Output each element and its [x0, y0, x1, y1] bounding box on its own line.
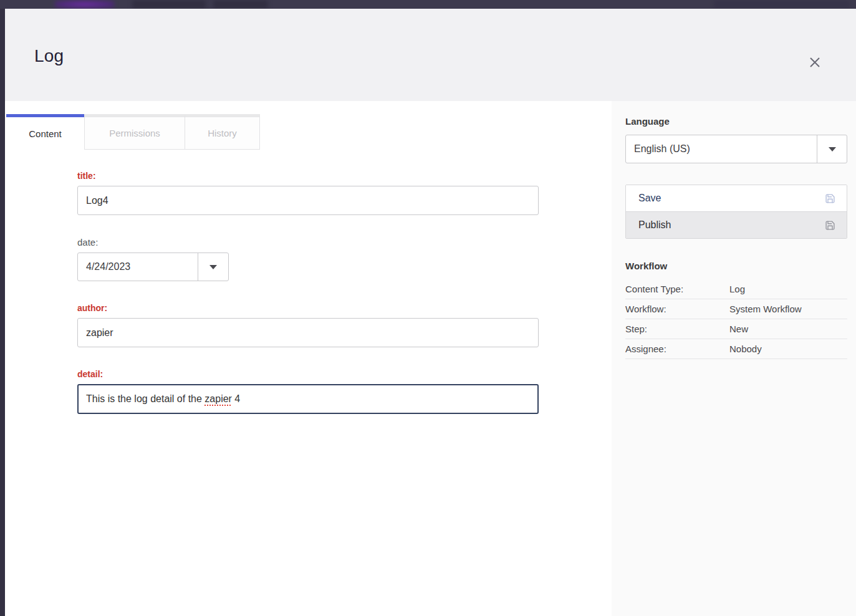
tab-content-label: Content — [29, 128, 62, 139]
author-input[interactable] — [77, 318, 539, 347]
date-dropdown-button[interactable] — [198, 253, 228, 281]
chevron-down-icon — [209, 265, 217, 269]
dialog-body: Content Permissions History title: — [5, 101, 856, 616]
workflow-row-value: New — [729, 324, 847, 334]
workflow-row-value: System Workflow — [729, 304, 847, 314]
detail-text-suffix: 4 — [232, 393, 240, 405]
background-app-topbar — [0, 0, 856, 9]
language-selected-value: English (US) — [626, 135, 817, 163]
save-button[interactable]: Save — [626, 185, 847, 212]
save-disk-icon — [825, 193, 835, 204]
tab-content[interactable]: Content — [6, 114, 84, 150]
content-form: title: date: 4/24/2023 author: — [77, 171, 539, 414]
tab-history-label: History — [208, 128, 237, 138]
workflow-heading: Workflow — [625, 261, 847, 271]
date-label: date: — [77, 237, 539, 248]
detail-input[interactable]: This is the log detail of the zapier 4 — [77, 384, 539, 414]
dialog-header: Log — [5, 9, 856, 101]
date-picker[interactable]: 4/24/2023 — [77, 253, 229, 281]
publish-label: Publish — [638, 219, 671, 231]
tab-history[interactable]: History — [185, 114, 260, 150]
author-label: author: — [77, 303, 539, 313]
content-pane: Content Permissions History title: — [5, 101, 612, 616]
workflow-row-value: Nobody — [729, 344, 847, 354]
dialog-title: Log — [34, 46, 64, 66]
background-menu-item — [213, 0, 268, 9]
workflow-row-label: Step: — [625, 324, 729, 334]
publish-disk-icon — [825, 220, 835, 231]
language-dropdown-button[interactable] — [817, 135, 847, 163]
tab-permissions-label: Permissions — [109, 128, 160, 138]
detail-field-group: detail: This is the log detail of the za… — [77, 369, 539, 414]
title-label: title: — [77, 171, 539, 181]
title-input[interactable] — [77, 186, 539, 215]
background-left-edge — [0, 9, 5, 616]
tab-bar: Content Permissions History — [6, 114, 612, 150]
detail-misspelled-word: zapier — [204, 393, 232, 405]
workflow-row-step: Step: New — [625, 319, 847, 339]
close-button[interactable] — [801, 48, 829, 77]
author-field-group: author: — [77, 303, 539, 347]
tab-permissions[interactable]: Permissions — [84, 114, 185, 150]
save-actions: Save Publish — [625, 185, 847, 239]
language-select[interactable]: English (US) — [625, 135, 847, 163]
sidebar: Language English (US) Save Pu — [612, 101, 856, 616]
workflow-table: Content Type: Log Workflow: System Workf… — [625, 279, 847, 359]
publish-button[interactable]: Publish — [626, 212, 847, 238]
detail-text: This is the log detail of the — [86, 393, 204, 405]
date-value: 4/24/2023 — [78, 253, 198, 281]
close-icon — [807, 55, 822, 70]
title-field-group: title: — [77, 171, 539, 215]
detail-label: detail: — [77, 369, 539, 379]
workflow-row-label: Assignee: — [625, 344, 729, 354]
workflow-row-value: Log — [729, 284, 847, 294]
language-heading: Language — [625, 116, 847, 127]
workflow-row-assignee: Assignee: Nobody — [625, 339, 847, 359]
save-label: Save — [638, 193, 661, 204]
background-menu-right — [714, 0, 850, 9]
page: Log Content Permissions History — [0, 0, 856, 616]
workflow-row-label: Workflow: — [625, 304, 729, 314]
background-logo — [55, 0, 114, 9]
workflow-row-workflow: Workflow: System Workflow — [625, 299, 847, 319]
background-menu-item — [132, 0, 206, 9]
workflow-row-label: Content Type: — [625, 284, 729, 294]
edit-dialog: Log Content Permissions History — [5, 9, 856, 616]
chevron-down-icon — [829, 147, 836, 152]
workflow-row-content-type: Content Type: Log — [625, 279, 847, 299]
date-field-group: date: 4/24/2023 — [77, 237, 539, 281]
